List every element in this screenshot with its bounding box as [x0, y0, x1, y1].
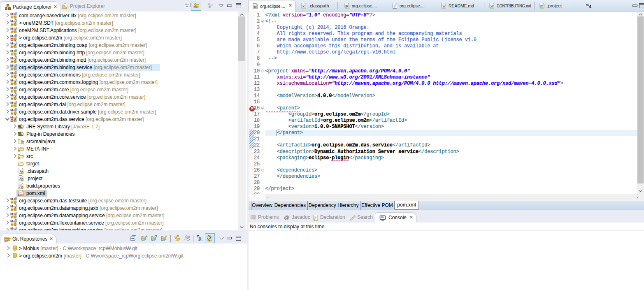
- svg-text:M: M: [10, 108, 13, 112]
- svg-text:M: M: [10, 42, 13, 45]
- svg-text:J: J: [14, 19, 17, 23]
- svg-text:M: M: [10, 116, 13, 119]
- svg-text:J: J: [14, 108, 17, 112]
- svg-text:J: J: [14, 227, 17, 230]
- svg-text:J: J: [14, 56, 17, 60]
- svg-text:J: J: [14, 212, 17, 216]
- svg-text:GIT: GIT: [162, 239, 165, 241]
- svg-text:M: M: [10, 79, 13, 82]
- svg-text:M: M: [254, 5, 257, 8]
- svg-text:M: M: [10, 12, 13, 16]
- svg-text:J: J: [14, 101, 17, 105]
- svg-text:J: J: [14, 116, 17, 120]
- svg-text:J: J: [14, 204, 17, 209]
- svg-text:J: J: [14, 12, 17, 16]
- svg-text:GIT: GIT: [152, 239, 155, 241]
- svg-text:M: M: [10, 27, 13, 30]
- svg-text:J: J: [14, 34, 17, 38]
- svg-text:J: J: [14, 64, 17, 68]
- svg-text:J: J: [14, 79, 17, 83]
- svg-text:T: T: [7, 240, 8, 242]
- svg-text:GIT: GIT: [142, 239, 145, 241]
- svg-text:M: M: [10, 93, 13, 97]
- svg-text:M: M: [10, 227, 13, 230]
- svg-text:X: X: [303, 5, 305, 8]
- svg-text:J: J: [14, 42, 17, 46]
- svg-text:M: M: [10, 49, 13, 53]
- svg-text:M: M: [10, 19, 13, 23]
- svg-text:M: M: [10, 71, 13, 75]
- svg-text:M: M: [10, 204, 13, 208]
- svg-text:M: M: [346, 5, 349, 8]
- svg-text:W: W: [443, 5, 446, 8]
- svg-text:M: M: [10, 212, 13, 216]
- svg-text:X: X: [541, 5, 543, 8]
- svg-text:J: J: [14, 197, 17, 201]
- svg-text:J: J: [14, 27, 17, 31]
- svg-text:M: M: [10, 34, 13, 38]
- svg-text:J: J: [14, 49, 17, 53]
- svg-text:M: M: [10, 86, 13, 90]
- svg-text:J: J: [14, 71, 17, 75]
- svg-text:M: M: [10, 56, 13, 60]
- svg-text:J: J: [14, 86, 17, 90]
- svg-text:J: J: [14, 219, 17, 223]
- svg-text:M: M: [10, 197, 13, 201]
- svg-text:M: M: [10, 219, 13, 223]
- svg-text:J: J: [14, 93, 17, 97]
- svg-text:M: M: [10, 64, 13, 67]
- svg-text:W: W: [491, 5, 494, 8]
- svg-text:M: M: [10, 101, 13, 104]
